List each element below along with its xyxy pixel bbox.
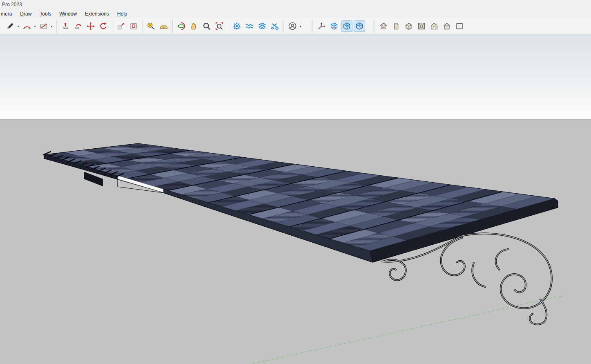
user-account-icon — [288, 22, 297, 31]
menu-label-post: ools — [42, 11, 51, 17]
toolbar-group-advanced-camera-tools — [228, 20, 283, 33]
soften-edges-tool-icon — [245, 22, 254, 31]
toolbar-group-solar-tools — [312, 20, 368, 33]
zoom-extents-tool-icon — [215, 22, 224, 31]
view-front-icon — [430, 22, 439, 31]
menu-item-camera[interactable]: mera — [0, 10, 16, 18]
view-right-button[interactable] — [441, 20, 453, 32]
view-back-edges-button[interactable] — [378, 20, 389, 32]
pan-tool-icon — [190, 22, 198, 31]
protractor-tool-icon — [159, 22, 168, 31]
arc-tool-icon — [22, 22, 31, 31]
menu-item-tools[interactable]: Tools — [36, 10, 55, 18]
zoom-tool-icon — [202, 22, 211, 31]
menu-label-mnemonic: W — [59, 11, 64, 17]
arc-tool-button[interactable] — [21, 20, 33, 32]
menu-label-post: elp — [120, 11, 127, 17]
follow-me-tool-icon — [74, 22, 83, 31]
offset-tool-icon — [129, 22, 138, 31]
axes-tool-icon — [317, 22, 326, 31]
menu-label-post: mera — [1, 11, 12, 17]
line-tool-button[interactable] — [4, 20, 16, 32]
zoom-tool-button[interactable] — [201, 20, 212, 32]
shadow-box-tool-button[interactable] — [328, 20, 340, 32]
view-top-icon — [417, 22, 426, 31]
shape-tool-icon — [39, 22, 48, 31]
component-box-tool-icon — [342, 22, 351, 31]
menu-label-pre: E — [85, 11, 88, 17]
sketchup-window: Pro 2023 meraDrawToolsWindowExtensionsHe… — [0, 0, 591, 34]
zoom-extents-tool-button[interactable] — [214, 20, 225, 32]
toolbar-group-view-tools — [375, 20, 468, 33]
component-box2-tool-icon — [355, 22, 364, 31]
move-tool-button[interactable] — [85, 20, 96, 32]
section-cut-tool-button[interactable] — [269, 20, 281, 32]
follow-me-tool-button[interactable] — [72, 20, 84, 32]
view-plan-icon — [455, 22, 464, 31]
menu-label-post: raw — [24, 11, 31, 17]
offset-tool-button[interactable] — [128, 20, 139, 32]
toolbar-group-measure-tools — [142, 20, 172, 33]
toolbar-group-camera-tools — [172, 20, 228, 33]
model-canopy[interactable] — [0, 34, 591, 364]
scale-tool-icon — [116, 22, 125, 31]
menubar: meraDrawToolsWindowExtensionsHelp — [0, 9, 591, 18]
pan-tool-button[interactable] — [188, 20, 200, 32]
rotate-tool-button[interactable] — [98, 20, 109, 32]
component-box-tool-button[interactable] — [341, 20, 352, 32]
window-title: Pro 2023 — [2, 2, 22, 7]
shape-tool-dropdown-caret[interactable]: ▾ — [50, 25, 54, 28]
toolbar-group-account: ▾ — [283, 20, 305, 33]
tape-measure-tool-icon — [147, 22, 156, 31]
menu-item-extensions[interactable]: Extensions — [81, 10, 113, 18]
rotate-tool-icon — [99, 22, 108, 31]
view-front-button[interactable] — [428, 20, 440, 32]
menu-item-window[interactable]: Window — [55, 10, 81, 18]
toolbar-group-draw-tools: ▾▾▾ — [2, 20, 56, 33]
layers-tool-button[interactable] — [256, 20, 268, 32]
view-iso-button[interactable] — [403, 20, 415, 32]
soften-edges-tool-button[interactable] — [244, 20, 255, 32]
axes-tool-button[interactable] — [316, 20, 327, 32]
view-iso-icon — [404, 22, 413, 31]
menu-label-post: indow — [64, 11, 77, 17]
toolbar-group-modify-tools — [112, 20, 142, 33]
view-top-button[interactable] — [416, 20, 427, 32]
shape-tool-button[interactable] — [38, 20, 49, 32]
view-back-edges-icon — [379, 22, 388, 31]
shadow-box-tool-icon — [330, 22, 339, 31]
scale-tool-button[interactable] — [115, 20, 127, 32]
tape-measure-tool-button[interactable] — [145, 20, 157, 32]
orbit-tool-icon — [177, 22, 186, 31]
arc-tool-dropdown-caret[interactable]: ▾ — [33, 25, 37, 28]
toolbar: ▾▾▾▾ — [0, 18, 591, 34]
line-tool-icon — [6, 22, 15, 31]
user-account-dropdown-caret[interactable]: ▾ — [299, 25, 302, 28]
camera-gear-tool-button[interactable] — [231, 20, 243, 32]
view-plan-button[interactable] — [454, 20, 465, 32]
menu-label-post: tensions — [91, 11, 109, 17]
toolbar-group-edit-tools — [56, 20, 112, 33]
move-tool-icon — [86, 22, 95, 31]
view-right-icon — [442, 22, 451, 31]
section-cut-tool-icon — [270, 22, 279, 31]
view-left-icon — [392, 22, 401, 31]
camera-gear-tool-icon — [232, 22, 241, 31]
component-box2-tool-button[interactable] — [354, 20, 365, 32]
orbit-tool-button[interactable] — [176, 20, 187, 32]
layers-tool-icon — [258, 22, 267, 31]
protractor-tool-button[interactable] — [158, 20, 169, 32]
menu-label-mnemonic: D — [20, 11, 24, 17]
push-pull-tool-button[interactable] — [60, 20, 71, 32]
menu-item-help[interactable]: Help — [113, 10, 132, 18]
user-account-button[interactable] — [287, 20, 298, 32]
line-tool-dropdown-caret[interactable]: ▾ — [16, 25, 20, 28]
viewport[interactable] — [0, 34, 591, 364]
push-pull-tool-icon — [61, 22, 70, 31]
menu-item-draw[interactable]: Draw — [16, 10, 36, 18]
view-left-button[interactable] — [390, 20, 402, 32]
titlebar: Pro 2023 — [0, 0, 591, 9]
